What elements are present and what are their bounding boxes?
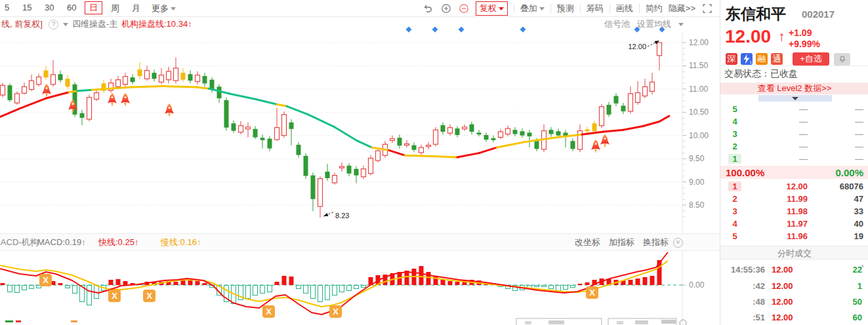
- trade-volume: 60: [808, 313, 862, 322]
- chart-header: 线, 前复权] ? 四维操盘-主 机构操盘线:10.34↑ 信号池 设置均线: [0, 16, 720, 32]
- period-tab-60[interactable]: 60: [67, 3, 76, 12]
- badge-lightning-icon[interactable]: 1: [741, 53, 753, 65]
- svg-text:10.50: 10.50: [689, 107, 709, 117]
- price-change: +1.09: [789, 28, 812, 38]
- collapse-arrow-icon: [792, 97, 798, 100]
- chips-button[interactable]: 筹码: [587, 3, 604, 14]
- trade-time: 14:55:36: [728, 265, 765, 275]
- trade-time: :51: [728, 313, 765, 322]
- ask-volume: —: [808, 142, 863, 151]
- level2-banner[interactable]: 查看 Level2 数据>>: [720, 83, 868, 94]
- bid-price: 11.98: [741, 206, 808, 216]
- bid-volume: 19: [808, 231, 863, 241]
- period-tab-5[interactable]: 5: [5, 3, 9, 12]
- signal-pool-button[interactable]: 信号池: [604, 16, 630, 32]
- orderbook-collapse-handle[interactable]: [758, 95, 832, 102]
- forecast-button[interactable]: 预测: [557, 3, 574, 14]
- undo-icon[interactable]: [423, 3, 434, 14]
- fullscreen-icon[interactable]: [701, 3, 713, 14]
- bid-volume: 47: [808, 194, 863, 204]
- trade-price: 12.00: [772, 281, 808, 291]
- trade-volume: 22: [808, 265, 862, 275]
- svg-text:11.50: 11.50: [689, 61, 708, 70]
- ask-volume: —: [808, 129, 863, 139]
- period-tab-week[interactable]: 周: [111, 3, 119, 14]
- overlay-label: 叠加: [520, 3, 537, 13]
- ask-row-3: 3 — —: [720, 128, 868, 140]
- svg-text:12.00: 12.00: [628, 43, 646, 50]
- svg-text:0.00: 0.00: [689, 280, 705, 290]
- institution-x-badge: X: [143, 290, 155, 302]
- period-more-label: 更多: [152, 3, 169, 13]
- ma-settings-button[interactable]: 设置均线: [637, 16, 671, 32]
- alert-bell-icon[interactable]: [834, 53, 850, 66]
- institution-x-badge: X: [108, 290, 121, 302]
- add-indicator-button[interactable]: 加指标: [609, 234, 634, 250]
- bid-row-1: 1 12.00 68076: [720, 180, 868, 193]
- svg-text:12.00: 12.00: [689, 38, 709, 47]
- chevron-down-icon: [171, 7, 176, 10]
- bid-level: 2: [728, 194, 741, 204]
- bid-row-3: 3 11.98 33: [720, 205, 868, 218]
- simple-mode-button[interactable]: 简约: [646, 3, 663, 14]
- svg-text:10.00: 10.00: [689, 131, 709, 140]
- macd-slow-line-value: 慢线:0.16↑: [161, 234, 201, 250]
- svg-text:9.00: 9.00: [689, 178, 705, 187]
- change-coordinate-button[interactable]: 改坐标: [575, 234, 600, 250]
- switch-indicator-button[interactable]: 换指标: [643, 234, 669, 250]
- svg-text:X: X: [146, 291, 152, 301]
- strategy-mode-label: 四维操盘-主: [72, 16, 117, 32]
- badge-bolt-number: 1: [750, 60, 753, 64]
- draw-line-button[interactable]: 画线: [616, 3, 633, 14]
- ask-level: 2: [728, 142, 741, 151]
- institution-line-value: 机构操盘线:10.34↑: [121, 16, 192, 32]
- chevron-down-icon[interactable]: [678, 23, 684, 26]
- chevron-down-icon[interactable]: [63, 23, 68, 26]
- period-more-menu[interactable]: 更多: [152, 3, 176, 14]
- period-tab-15[interactable]: 15: [22, 3, 31, 12]
- period-tab-month[interactable]: 月: [132, 3, 140, 14]
- main-chart-canvas[interactable]: 12.0011.5011.0010.5010.009.509.008.5012.…: [0, 0, 720, 325]
- ask-level: 4: [728, 117, 741, 126]
- zoom-out-icon[interactable]: [458, 3, 470, 14]
- bid-level: 4: [728, 219, 741, 229]
- overlay-button[interactable]: 叠加: [520, 3, 545, 14]
- badge-connect: 通: [771, 53, 783, 65]
- trade-time: :48: [728, 297, 765, 307]
- trade-row: :42 12.00 1: [720, 278, 868, 294]
- adjust-price-button[interactable]: 复权: [476, 1, 508, 16]
- svg-text:8.23: 8.23: [335, 212, 349, 220]
- toolbar-divider: [550, 4, 551, 13]
- chevron-down-icon: [499, 7, 504, 10]
- period-tab-day[interactable]: 日: [85, 1, 102, 14]
- candlestick-layer: [1, 43, 662, 218]
- zoom-in-icon[interactable]: [440, 3, 452, 14]
- ask-price: —: [741, 142, 808, 151]
- ask-price: —: [741, 129, 808, 139]
- trade-row: 14:55:36 12.00 22: [720, 261, 868, 277]
- price-annotations: 12.008.23: [323, 39, 660, 220]
- institution-x-badge: X: [586, 286, 598, 299]
- toolbar-divider: [639, 4, 640, 13]
- indicator-header: MACD-机构 MACD:0.19↑ 快线:0.25↑ 慢线:0.16↑ 改坐标…: [0, 233, 720, 251]
- institution-x-badge: X: [262, 305, 275, 318]
- trading-app-window: 12.0011.5011.0010.5010.009.509.008.5012.…: [0, 0, 868, 325]
- help-icon[interactable]: ?: [49, 20, 58, 29]
- rocket-icon: [121, 93, 130, 107]
- trade-row: :51 12.00 60: [720, 309, 868, 325]
- add-watchlist-button[interactable]: +自选: [793, 52, 829, 66]
- bid-level: 3: [728, 206, 741, 216]
- buy-sell-ratio-bar: 100.00% 0.00%: [720, 166, 868, 179]
- indicator-name: MACD-机构: [0, 234, 39, 250]
- period-tab-30[interactable]: 30: [45, 3, 54, 12]
- quote-sidebar: 东信和平 002017 12.00 ↑ +1.09 +9.99% 深 1 融 通…: [720, 0, 868, 325]
- institution-x-badge: X: [329, 305, 342, 318]
- close-indicator-icon[interactable]: ✕: [673, 238, 683, 248]
- stock-code: 002017: [802, 9, 835, 20]
- badge-shenzhen: 深: [726, 53, 737, 65]
- rocket-icon: [42, 84, 51, 98]
- hide-button[interactable]: 隐藏>>: [669, 3, 695, 14]
- last-price: 12.00: [725, 26, 771, 47]
- bid-price: 11.96: [741, 231, 808, 241]
- toolbar: 5 15 30 60 日 周 月 更多 复权 叠加 预测 筹码 画线: [0, 0, 720, 17]
